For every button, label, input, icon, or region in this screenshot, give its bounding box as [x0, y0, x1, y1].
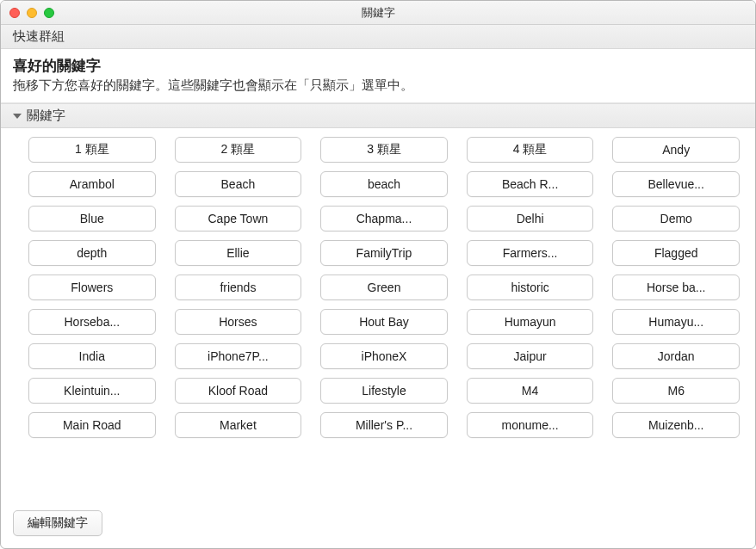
keyword-pill[interactable]: 1 顆星 [28, 137, 156, 163]
keyword-pill[interactable]: 2 顆星 [175, 137, 302, 163]
keyword-pill[interactable]: Muizenb... [612, 412, 740, 438]
keyword-pill[interactable]: Humayu... [612, 309, 740, 335]
keyword-pill[interactable]: Lifestyle [320, 378, 448, 404]
chevron-down-icon [13, 114, 22, 119]
keyword-pill[interactable]: 3 顆星 [320, 137, 448, 163]
keyword-pill[interactable]: Beach R... [467, 171, 594, 197]
favorites-title: 喜好的關鍵字 [13, 56, 743, 76]
favorites-block: 喜好的關鍵字 拖移下方您喜好的關鍵字。這些關鍵字也會顯示在「只顯示」選單中。 [1, 49, 755, 103]
keyword-pill[interactable]: M4 [467, 378, 594, 404]
keyword-pill[interactable]: Bellevue... [612, 171, 740, 197]
keyword-pill[interactable]: Ellie [175, 240, 302, 266]
keyword-pill[interactable]: Jordan [612, 343, 740, 369]
keyword-pill[interactable]: iPhone7P... [175, 343, 302, 369]
keyword-pill[interactable]: Jaipur [467, 343, 594, 369]
keyword-pill[interactable]: Chapma... [320, 206, 448, 231]
window-title: 關鍵字 [1, 5, 755, 21]
keyword-pill[interactable]: Delhi [467, 206, 594, 231]
keyword-pill[interactable]: historic [467, 274, 594, 300]
keywords-header-label: 關鍵字 [27, 108, 65, 124]
keyword-pill[interactable]: monume... [467, 412, 594, 438]
keyword-pill[interactable]: friends [175, 274, 302, 300]
keyword-pill[interactable]: Kloof Road [175, 378, 302, 404]
titlebar: 關鍵字 [1, 1, 755, 25]
keyword-pill[interactable]: Cape Town [175, 206, 302, 231]
edit-keywords-button[interactable]: 編輯關鍵字 [13, 510, 102, 536]
keyword-pill[interactable]: Market [175, 412, 302, 438]
keyword-pill[interactable]: Horseba... [28, 309, 156, 335]
footer: 編輯關鍵字 [1, 502, 755, 548]
keyword-pill[interactable]: Horses [175, 309, 302, 335]
close-button[interactable] [9, 8, 20, 18]
keywords-window: 關鍵字 快速群組 喜好的關鍵字 拖移下方您喜好的關鍵字。這些關鍵字也會顯示在「只… [0, 0, 756, 549]
keyword-pill[interactable]: FamilyTrip [320, 240, 448, 266]
keyword-pill[interactable]: Flagged [612, 240, 740, 266]
keyword-grid: 1 顆星2 顆星3 顆星4 顆星AndyArambolBeachbeachBea… [1, 128, 755, 502]
keyword-pill[interactable]: Andy [612, 137, 740, 163]
keyword-pill[interactable]: Blue [28, 206, 156, 231]
quick-group-header: 快速群組 [1, 25, 755, 49]
keyword-pill[interactable]: Hout Bay [320, 309, 448, 335]
edit-keywords-label: 編輯關鍵字 [28, 515, 88, 531]
keyword-pill[interactable]: depth [28, 240, 156, 266]
keyword-pill[interactable]: 4 顆星 [467, 137, 594, 163]
keyword-pill[interactable]: Arambol [28, 171, 156, 197]
favorites-description: 拖移下方您喜好的關鍵字。這些關鍵字也會顯示在「只顯示」選單中。 [13, 77, 743, 94]
keyword-pill[interactable]: iPhoneX [320, 343, 448, 369]
maximize-button[interactable] [44, 8, 54, 18]
keyword-pill[interactable]: beach [320, 171, 448, 197]
keyword-pill[interactable]: India [28, 343, 156, 369]
keyword-pill[interactable]: Demo [612, 206, 740, 231]
keyword-pill[interactable]: Miller's P... [320, 412, 448, 438]
keyword-pill[interactable]: Beach [175, 171, 302, 197]
keyword-pill[interactable]: Main Road [28, 412, 156, 438]
keyword-pill[interactable]: Farmers... [467, 240, 594, 266]
keyword-pill[interactable]: Green [320, 274, 448, 300]
keyword-pill[interactable]: Humayun [467, 309, 594, 335]
keyword-pill[interactable]: Horse ba... [612, 274, 740, 300]
traffic-lights [9, 8, 54, 18]
keyword-pill[interactable]: Flowers [28, 274, 156, 300]
keyword-pill[interactable]: M6 [612, 378, 740, 404]
minimize-button[interactable] [27, 8, 37, 18]
keywords-section-header[interactable]: 關鍵字 [1, 103, 755, 128]
keyword-pill[interactable]: Kleintuin... [28, 378, 156, 404]
